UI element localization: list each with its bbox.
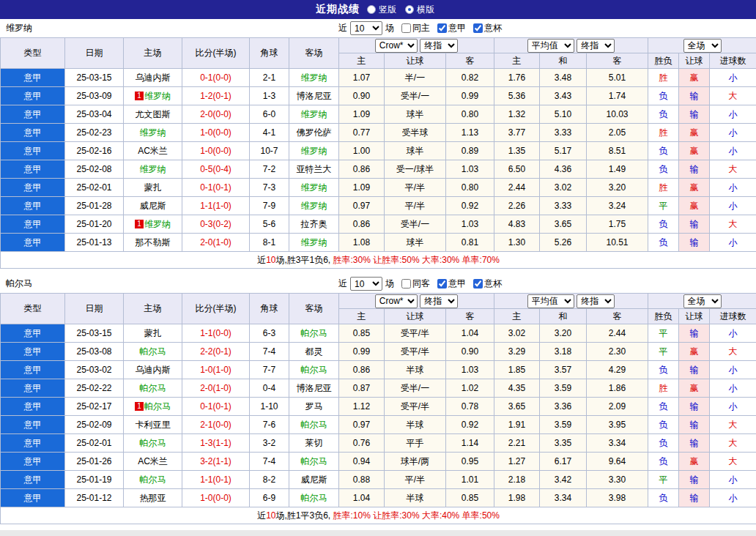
team-section-away: 帕尔马 近 10 场 同客 意甲 意杯 xyxy=(0,275,756,524)
cell-asia-handicap: 平手 xyxy=(385,434,446,453)
euro-final-odds-select[interactable]: 终指 xyxy=(577,39,615,53)
cell-euro-draw-odds: 3.59 xyxy=(540,416,587,434)
title-bar: 近期战绩 竖版 横版 xyxy=(0,0,756,19)
cell-euro-away-odds: 2.09 xyxy=(587,398,648,416)
cell-score[interactable]: 0-1(0-1) xyxy=(182,179,250,197)
cell-asia-handicap: 球半 xyxy=(385,105,446,124)
cup-option[interactable]: 意杯 xyxy=(469,278,502,290)
cell-league: 意甲 xyxy=(1,105,65,124)
cell-goals-result: 大 xyxy=(710,434,756,453)
same-venue-option[interactable]: 同主 xyxy=(397,22,430,34)
same-venue-label: 同客 xyxy=(412,278,430,290)
league-checkbox[interactable] xyxy=(437,23,447,33)
cell-euro-away-odds: 2.30 xyxy=(587,343,648,361)
cell-wdl-result: 平 xyxy=(648,197,679,215)
cell-handicap-result: 输 xyxy=(679,324,710,343)
cell-away-team: 博洛尼亚 xyxy=(289,87,339,105)
cell-home-team: 1维罗纳 xyxy=(124,87,182,105)
team-label: 维罗纳 xyxy=(140,127,166,138)
summary-count: 10 xyxy=(266,510,275,521)
cell-score[interactable]: 2-0(0-0) xyxy=(182,105,250,124)
league-option[interactable]: 意甲 xyxy=(433,278,466,290)
match-row: 意甲25-03-091维罗纳1-2(0-1)1-3博洛尼亚0.90受半/一0.9… xyxy=(1,87,756,105)
average-odds-select[interactable]: 平均值 xyxy=(527,39,574,53)
cell-score[interactable]: 1-2(0-1) xyxy=(182,87,250,105)
cell-score[interactable]: 1-0(0-0) xyxy=(182,142,250,160)
cell-handicap-result: 输 xyxy=(679,471,710,489)
cup-option[interactable]: 意杯 xyxy=(469,22,502,34)
cell-away-team: 维罗纳 xyxy=(289,197,339,215)
match-row: 意甲25-02-16AC米兰1-0(0-0)10-7维罗纳1.00球半0.891… xyxy=(1,142,756,160)
team-label: 那不勒斯 xyxy=(136,237,171,247)
cell-score[interactable]: 2-0(1-0) xyxy=(182,234,250,252)
recent-count-select[interactable]: 10 xyxy=(350,21,382,35)
recent-count-select[interactable]: 10 xyxy=(350,277,382,291)
cell-score[interactable]: 0-1(0-1) xyxy=(182,398,250,416)
same-venue-option[interactable]: 同客 xyxy=(397,278,430,290)
team-label: 维罗纳 xyxy=(140,164,166,174)
cell-score[interactable]: 1-3(1-1) xyxy=(182,434,250,453)
cell-league: 意甲 xyxy=(1,160,65,179)
euro-final-odds-select[interactable]: 终指 xyxy=(577,294,615,308)
cell-euro-home-odds: 1.85 xyxy=(494,361,540,379)
same-venue-checkbox[interactable] xyxy=(401,23,411,33)
cell-score[interactable]: 0-1(0-0) xyxy=(182,69,250,87)
cell-home-team: 卡利亚里 xyxy=(124,416,182,434)
cell-league: 意甲 xyxy=(1,179,65,197)
cup-checkbox[interactable] xyxy=(473,279,483,289)
cell-home-team: 1维罗纳 xyxy=(124,215,182,234)
cell-score[interactable]: 0-3(0-2) xyxy=(182,215,250,234)
cell-corner: 8-1 xyxy=(250,234,289,252)
league-option[interactable]: 意甲 xyxy=(433,22,466,34)
cell-score[interactable]: 0-5(0-4) xyxy=(182,160,250,179)
cell-asia-home-odds: 0.97 xyxy=(339,197,385,215)
cell-score[interactable]: 1-1(0-1) xyxy=(182,471,250,489)
euro-odds-group-header: 平均值 终指 xyxy=(494,294,648,309)
league-checkbox[interactable] xyxy=(437,279,447,289)
cell-score[interactable]: 2-1(0-0) xyxy=(182,416,250,434)
cell-goals-result: 小 xyxy=(710,142,756,160)
bookmaker-select[interactable]: Crow* xyxy=(375,294,418,308)
asia-final-odds-select[interactable]: 终指 xyxy=(420,294,458,308)
team-label: 博洛尼亚 xyxy=(297,383,332,393)
match-row: 意甲25-03-15蒙扎1-1(0-0)6-3帕尔马0.85受平/半1.043.… xyxy=(1,324,756,343)
cell-euro-away-odds: 10.03 xyxy=(587,105,648,124)
cell-score[interactable]: 2-0(1-0) xyxy=(182,379,250,398)
cell-euro-home-odds: 3.65 xyxy=(494,398,540,416)
cell-wdl-result: 负 xyxy=(648,234,679,252)
cell-away-team: 维罗纳 xyxy=(289,105,339,124)
full-match-select[interactable]: 全场 xyxy=(683,294,722,308)
summary-count: 10 xyxy=(266,255,275,265)
cell-score[interactable]: 3-2(1-1) xyxy=(182,453,250,471)
vertical-layout-radio[interactable] xyxy=(367,5,376,14)
bookmaker-select[interactable]: Crow* xyxy=(375,39,418,53)
full-match-select[interactable]: 全场 xyxy=(683,39,722,53)
col-header-away: 客场 xyxy=(289,38,339,69)
cell-date: 25-02-01 xyxy=(65,179,124,197)
match-row: 意甲25-01-26AC米兰3-2(1-1)7-4帕尔马0.94球半/两0.95… xyxy=(1,453,756,471)
cell-score[interactable]: 1-1(1-0) xyxy=(182,197,250,215)
cell-euro-home-odds: 1.30 xyxy=(494,234,540,252)
cell-date: 25-02-09 xyxy=(65,416,124,434)
cell-date: 25-03-08 xyxy=(65,343,124,361)
cell-handicap-result: 输 xyxy=(679,416,710,434)
cell-handicap-result: 赢 xyxy=(679,343,710,361)
cell-asia-home-odds: 1.07 xyxy=(339,69,385,87)
horizontal-layout-radio[interactable] xyxy=(405,5,414,14)
cell-home-team: 帕尔马 xyxy=(124,379,182,398)
same-venue-checkbox[interactable] xyxy=(401,279,411,289)
average-odds-select[interactable]: 平均值 xyxy=(527,294,574,308)
cell-score[interactable]: 1-0(0-0) xyxy=(182,124,250,142)
cell-score[interactable]: 1-0(0-0) xyxy=(182,489,250,507)
cell-score[interactable]: 1-0(1-0) xyxy=(182,361,250,379)
cell-asia-away-odds: 0.92 xyxy=(446,197,494,215)
team-label: 蒙扎 xyxy=(144,328,162,338)
cup-checkbox[interactable] xyxy=(473,23,483,33)
cell-wdl-result: 平 xyxy=(648,324,679,343)
cell-score[interactable]: 2-2(0-1) xyxy=(182,343,250,361)
cell-score[interactable]: 1-1(0-0) xyxy=(182,324,250,343)
cell-date: 25-01-12 xyxy=(65,489,124,507)
cell-euro-draw-odds: 3.20 xyxy=(540,324,587,343)
cell-handicap-result: 输 xyxy=(679,234,710,252)
asia-final-odds-select[interactable]: 终指 xyxy=(420,39,458,53)
